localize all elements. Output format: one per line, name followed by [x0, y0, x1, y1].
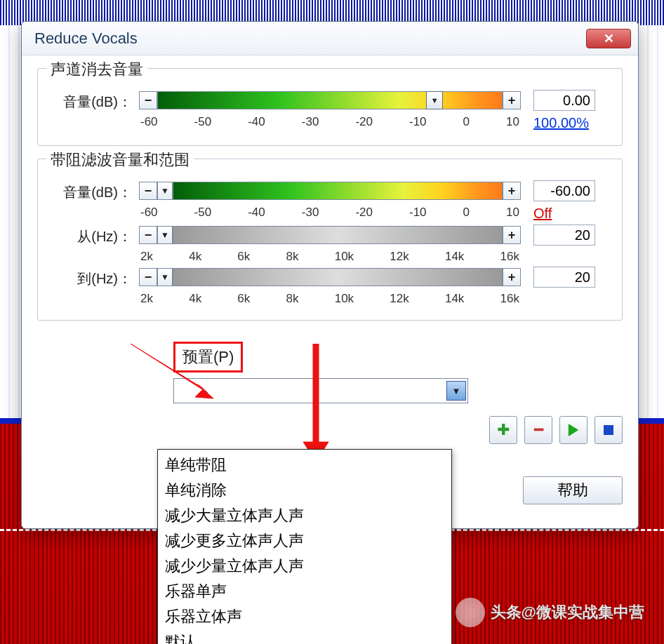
close-button[interactable]: ✕ [586, 29, 631, 48]
tick: 14k [445, 250, 464, 264]
increment-button[interactable]: + [503, 268, 521, 286]
preset-option[interactable]: 乐器单声 [158, 579, 451, 604]
volume-percent[interactable]: 100.00% [533, 115, 609, 131]
stop-button[interactable] [595, 416, 623, 444]
dropdown-icon[interactable]: ▼ [157, 226, 173, 244]
tick: -60 [140, 206, 158, 220]
tick: -10 [409, 206, 427, 220]
tick: 2k [140, 292, 153, 306]
from-label: 从(Hz)： [51, 224, 132, 246]
increment-button[interactable]: + [503, 182, 521, 200]
preset-dropdown-list: 单纯带阻单纯消除减少大量立体声人声减少更多立体声人声减少少量立体声人声乐器单声乐… [157, 449, 452, 644]
from-value-input[interactable] [533, 224, 595, 246]
tick: 4k [189, 250, 201, 264]
tick: 10k [335, 250, 354, 264]
tick: 10 [506, 206, 519, 220]
group-bandstop: 带阻滤波音量和范围 音量(dB)： − ▼ + -60 -50 -40 -30 [37, 159, 623, 321]
bs-volume-label: 音量(dB)： [51, 180, 132, 202]
preset-option[interactable]: 默认 [158, 629, 451, 644]
titlebar: Reduce Vocals ✕ [22, 22, 638, 55]
volume-value-input[interactable] [533, 90, 595, 111]
tick: -60 [140, 115, 158, 129]
tick: 12k [390, 292, 409, 306]
chevron-down-icon[interactable]: ▼ [446, 381, 466, 401]
decrement-button[interactable]: − [139, 226, 157, 244]
tick: 12k [390, 250, 409, 264]
tick: 4k [189, 292, 201, 306]
tick: 0 [463, 115, 470, 129]
group-vocal-remove: 声道消去音量 音量(dB)： − ▼ + -60 -50 -40 [37, 68, 623, 146]
tick: 8k [286, 250, 299, 264]
from-slider[interactable] [173, 226, 503, 244]
tick: -20 [355, 115, 373, 129]
volume-label: 音量(dB)： [51, 90, 132, 112]
to-value-input[interactable] [533, 267, 595, 288]
watermark: 头条@微课实战集中营 [456, 598, 644, 627]
tick: -30 [302, 115, 319, 129]
bs-volume-value-input[interactable] [533, 180, 595, 201]
tick: -40 [248, 206, 265, 220]
tick: 6k [237, 292, 250, 306]
decrement-button[interactable]: − [139, 182, 157, 200]
remove-preset-button[interactable]: ━ [524, 416, 552, 444]
preset-option[interactable]: 单纯消除 [158, 478, 451, 503]
decrement-button[interactable]: − [139, 91, 157, 109]
tick: 16k [500, 292, 519, 306]
decrement-button[interactable]: − [139, 268, 157, 286]
tick: 16k [500, 250, 519, 264]
increment-button[interactable]: + [503, 91, 521, 109]
group-title: 带阻滤波音量和范围 [46, 149, 194, 170]
bs-volume-slider[interactable] [173, 182, 503, 200]
volume-slider[interactable]: ▼ [157, 91, 503, 109]
tick: 14k [445, 292, 464, 306]
tick: -30 [302, 206, 319, 220]
preset-option[interactable]: 单纯带阻 [158, 452, 451, 478]
slider-thumb[interactable]: ▼ [426, 91, 443, 109]
dropdown-icon[interactable]: ▼ [157, 182, 173, 200]
help-button[interactable]: 帮助 [523, 476, 623, 504]
tick: 6k [237, 250, 250, 264]
preset-option[interactable]: 乐器立体声 [158, 604, 451, 629]
preset-option[interactable]: 减少少量立体声人声 [158, 554, 451, 579]
tick: 10k [335, 292, 354, 306]
increment-button[interactable]: + [503, 226, 521, 244]
tick: -20 [355, 206, 373, 220]
to-label: 到(Hz)： [51, 267, 132, 288]
tick: 2k [140, 250, 153, 264]
preset-option[interactable]: 减少更多立体声人声 [158, 528, 451, 554]
off-link[interactable]: Off [533, 206, 609, 222]
dropdown-icon[interactable]: ▼ [157, 268, 173, 286]
to-slider[interactable] [173, 268, 503, 286]
add-preset-button[interactable]: ✚ [489, 416, 517, 444]
play-button[interactable] [559, 416, 587, 444]
tick: -50 [194, 206, 212, 220]
tick: -50 [194, 115, 212, 129]
group-title: 声道消去音量 [46, 59, 147, 80]
tick: 10 [506, 115, 519, 129]
tick: 8k [286, 292, 299, 306]
preset-option[interactable]: 减少大量立体声人声 [158, 503, 451, 528]
tick: 0 [463, 206, 470, 220]
tick: -10 [409, 115, 427, 129]
tick: -40 [248, 115, 265, 129]
window-title: Reduce Vocals [34, 29, 138, 48]
